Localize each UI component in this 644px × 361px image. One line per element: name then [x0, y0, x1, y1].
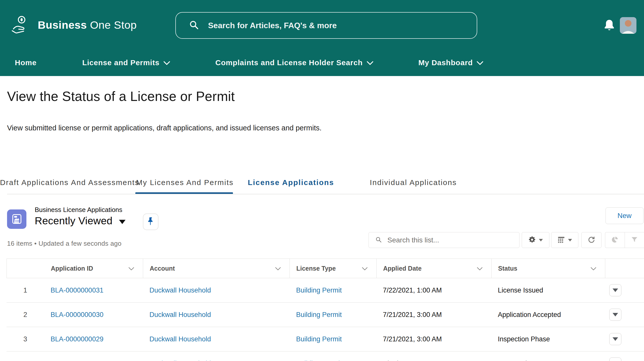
- pie-chart-icon: [611, 236, 619, 244]
- search-icon: [189, 20, 199, 31]
- license-type-link[interactable]: Building Permit: [296, 286, 342, 294]
- chevron-down-icon: [126, 265, 134, 272]
- application-id-link[interactable]: BLA-0000000031: [51, 286, 103, 294]
- nav-item-label: My Dashboard: [418, 58, 473, 67]
- new-button[interactable]: New: [606, 207, 643, 224]
- row-number: 1: [7, 286, 44, 294]
- list-settings-button[interactable]: [522, 232, 549, 248]
- chevron-down-icon: [119, 220, 126, 224]
- row-actions-button[interactable]: [609, 333, 621, 345]
- cell-account: Duckwall Household: [143, 286, 290, 294]
- cell-application-id: BLA-0000000031: [44, 286, 143, 294]
- cell-applied-date: 7/21/2021, 3:00 AM: [376, 360, 491, 361]
- cell-status: License Issued: [491, 286, 605, 294]
- tab-draft-applications-and-assessments[interactable]: Draft Applications And Assessments: [0, 178, 139, 187]
- column-header-label: Application ID: [51, 265, 93, 272]
- chevron-down-icon: [359, 265, 368, 272]
- table-layout-icon: [557, 236, 565, 244]
- global-search[interactable]: [175, 12, 477, 39]
- chevron-down-icon: [588, 265, 596, 272]
- table-row: 4BLA-0000000028Duckwall HouseholdBuildin…: [7, 351, 644, 361]
- cell-license-type: Building Permit: [290, 335, 376, 343]
- nav-item-label: License and Permits: [82, 58, 159, 67]
- application-id-link[interactable]: BLA-0000000029: [51, 335, 103, 343]
- column-header-license-type[interactable]: License Type: [290, 259, 377, 278]
- cell-actions: [605, 284, 644, 296]
- cell-license-type: Building Permit: [290, 286, 376, 294]
- account-link[interactable]: Duckwall Household: [149, 335, 211, 343]
- column-header-application-id[interactable]: Application ID: [44, 259, 143, 278]
- filter-button[interactable]: [625, 232, 644, 248]
- cell-license-type: Building Permit: [290, 360, 376, 361]
- table-row: 3BLA-0000000029Duckwall HouseholdBuildin…: [7, 327, 644, 351]
- row-number: 4: [7, 360, 44, 361]
- column-header-status[interactable]: Status: [492, 259, 605, 278]
- pin-list-button[interactable]: [143, 213, 158, 230]
- global-search-input[interactable]: [208, 21, 460, 30]
- cell-account: Duckwall Household: [143, 360, 290, 361]
- nav-item-complaints-and-license-holder-search[interactable]: Complaints and License Holder Search: [215, 58, 373, 67]
- list-search[interactable]: [369, 232, 519, 248]
- license-type-link[interactable]: Building Permit: [296, 311, 342, 318]
- display-as-button[interactable]: [551, 232, 578, 248]
- list-meta: 16 items • Updated a few seconds ago: [7, 240, 122, 247]
- account-link[interactable]: Duckwall Household: [149, 311, 211, 318]
- row-actions-button[interactable]: [609, 309, 621, 321]
- cell-application-id: BLA-0000000029: [44, 335, 143, 343]
- search-icon: [375, 236, 382, 244]
- brand-logo[interactable]: Business One Stop: [11, 15, 137, 35]
- list-view-selector[interactable]: Recently Viewed: [35, 215, 126, 227]
- table-row: 1BLA-0000000031Duckwall HouseholdBuildin…: [7, 278, 644, 303]
- charts-button[interactable]: [605, 232, 625, 248]
- tab-license-applications[interactable]: License Applications: [248, 178, 334, 187]
- column-header-actions: [605, 259, 644, 278]
- nav-item-home[interactable]: Home: [15, 58, 37, 67]
- license-type-link[interactable]: Building Permit: [296, 360, 342, 361]
- cell-applied-date: 7/21/2021, 3:00 AM: [376, 335, 491, 343]
- gear-icon: [528, 236, 536, 244]
- pin-icon: [147, 217, 154, 227]
- application-id-link[interactable]: BLA-0000000028: [51, 360, 103, 361]
- table-row: 2BLA-0000000030Duckwall HouseholdBuildin…: [7, 303, 644, 327]
- brand-name: Business One Stop: [38, 19, 137, 31]
- cell-status: Inspection Phase: [491, 335, 605, 343]
- cell-account: Duckwall Household: [143, 311, 290, 319]
- row-actions-button[interactable]: [609, 357, 621, 361]
- cell-actions: [605, 309, 644, 321]
- list-search-input[interactable]: [387, 236, 513, 244]
- chevron-down-icon: [613, 288, 618, 292]
- notifications-bell-icon[interactable]: [603, 19, 616, 33]
- column-header-label: Account: [150, 265, 175, 272]
- filter-funnel-icon: [631, 236, 638, 244]
- column-header-account[interactable]: Account: [143, 259, 290, 278]
- nav-item-my-dashboard[interactable]: My Dashboard: [418, 58, 483, 67]
- refresh-button[interactable]: [581, 232, 601, 248]
- refresh-icon: [588, 236, 595, 244]
- primary-nav: HomeLicense and PermitsComplaints and Li…: [0, 55, 644, 76]
- chevron-down-icon: [613, 313, 618, 316]
- license-type-link[interactable]: Building Permit: [296, 335, 342, 343]
- table-header-row: Application IDAccountLicense TypeApplied…: [7, 259, 644, 278]
- cell-applied-date: 7/21/2021, 3:00 AM: [376, 311, 491, 319]
- cell-application-id: BLA-0000000028: [44, 360, 143, 361]
- row-actions-button[interactable]: [609, 284, 621, 296]
- application-id-link[interactable]: BLA-0000000030: [51, 311, 103, 318]
- cell-application-id: BLA-0000000030: [44, 311, 143, 319]
- chevron-down-icon: [568, 239, 572, 241]
- cell-status: Approved: [491, 360, 605, 361]
- nav-item-license-and-permits[interactable]: License and Permits: [82, 58, 170, 67]
- chevron-down-icon: [474, 265, 483, 272]
- tab-individual-applications[interactable]: Individual Applications: [370, 178, 457, 187]
- user-avatar[interactable]: [620, 17, 636, 34]
- cell-actions: [605, 333, 644, 345]
- account-link[interactable]: Duckwall Household: [149, 360, 211, 361]
- column-header-applied-date[interactable]: Applied Date: [377, 259, 492, 278]
- account-link[interactable]: Duckwall Household: [149, 286, 211, 294]
- nav-item-label: Complaints and License Holder Search: [215, 58, 363, 67]
- chart-filter-group: [605, 232, 644, 248]
- column-header-label: Applied Date: [383, 265, 422, 272]
- row-number: 2: [7, 311, 44, 319]
- chevron-down-icon: [539, 239, 543, 241]
- object-label: Business License Applications: [35, 206, 122, 214]
- tab-my-licenses-and-permits[interactable]: My Licenses And Permits: [136, 178, 233, 187]
